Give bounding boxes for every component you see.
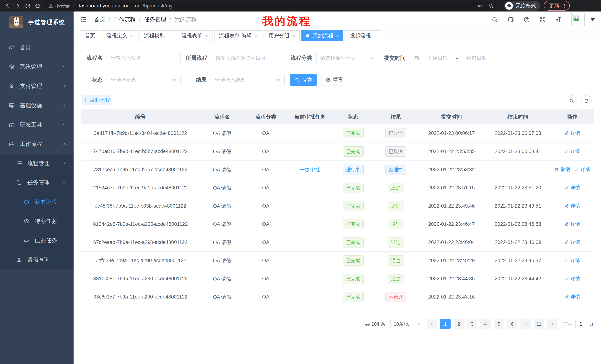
- cell-category: OA: [244, 185, 287, 191]
- tab-用户分组[interactable]: 用户分组×: [264, 30, 300, 41]
- browser-update-button[interactable]: 更新: [544, 1, 570, 10]
- sidebar-collapse-icon[interactable]: [80, 16, 87, 23]
- github-icon[interactable]: [507, 16, 514, 23]
- input-所属流程[interactable]: [216, 55, 281, 61]
- action-取消[interactable]: 取消: [554, 166, 570, 173]
- page-button-2[interactable]: 2: [453, 319, 464, 329]
- filter-input-流程名[interactable]: [107, 52, 180, 64]
- sidebar-item-我的流程[interactable]: 我的流程: [0, 192, 74, 211]
- action-详情[interactable]: 详情: [564, 148, 580, 154]
- page-size-select[interactable]: 10条/页: [391, 319, 424, 329]
- fullscreen-icon[interactable]: [539, 16, 546, 23]
- tab-流程表单[interactable]: 流程表单×: [177, 30, 212, 41]
- browser-menu-icon[interactable]: [562, 3, 567, 8]
- filter-select-状态[interactable]: 请选择状态: [107, 74, 180, 86]
- prev-page-button[interactable]: [427, 319, 437, 329]
- next-page-button[interactable]: [547, 319, 558, 329]
- tab-流程定义[interactable]: 流程定义×: [102, 30, 137, 41]
- page-button-6[interactable]: 6: [507, 319, 517, 329]
- breadcrumb-item-任务管理[interactable]: 任务管理: [144, 16, 166, 23]
- current-task-link[interactable]: 一级审批: [300, 166, 320, 173]
- page-button-3[interactable]: 3: [467, 319, 477, 329]
- sidebar-item-流程管理[interactable]: 流程管理: [0, 153, 74, 173]
- home-icon[interactable]: [33, 1, 43, 11]
- user-avatar[interactable]: [571, 13, 585, 26]
- breadcrumb-item-工作流程[interactable]: 工作流程: [113, 16, 136, 23]
- password-key-icon[interactable]: [477, 3, 483, 9]
- sidebar-item-首页[interactable]: 首页: [0, 38, 74, 57]
- app-logo[interactable]: 芋道管理系统: [0, 11, 74, 33]
- column-header-流程名: 流程名: [200, 113, 244, 120]
- sidebar-item-系统管理[interactable]: 系统管理: [0, 57, 74, 77]
- close-icon[interactable]: ×: [168, 33, 170, 38]
- bookmark-star-icon[interactable]: [489, 3, 494, 9]
- cell-actions: 详情: [551, 257, 594, 264]
- sidebar-item-待办任务[interactable]: 待办任务: [0, 211, 74, 231]
- action-详情[interactable]: 详情: [564, 184, 580, 191]
- sidebar-item-研发工具[interactable]: 研发工具: [0, 115, 74, 134]
- header-search-icon[interactable]: [491, 16, 498, 23]
- sidebar-item-支付管理[interactable]: 支付管理: [0, 77, 74, 96]
- tab-首页[interactable]: 首页: [80, 30, 100, 41]
- url-host: dashboard.yudao.iocoder.cn: [78, 3, 140, 9]
- filter-daterange-提交时间[interactable]: 开始日期-结束日期: [410, 52, 496, 64]
- page-button-1[interactable]: 1: [440, 319, 451, 329]
- page-button-11[interactable]: 11: [534, 319, 544, 329]
- filter-select-流程分类[interactable]: 请选择流程分类: [316, 52, 379, 64]
- sidebar-item-工作流程[interactable]: 工作流程: [0, 134, 74, 153]
- help-icon[interactable]: [523, 16, 530, 23]
- actions-group: 详情: [564, 239, 580, 245]
- action-详情[interactable]: 详情: [564, 130, 580, 136]
- font-size-icon[interactable]: [555, 16, 562, 23]
- table-row: 03c6c157-7b9a-11ec-a290-acde48001122OA 请…: [81, 288, 594, 306]
- back-icon[interactable]: [3, 1, 13, 11]
- goto-page-input[interactable]: [575, 319, 586, 329]
- cell-result: 不通过: [373, 292, 418, 302]
- reload-icon[interactable]: [23, 1, 33, 11]
- address-bar[interactable]: 不安全 dashboard.yudao.iocoder.cn /bpm/task…: [45, 1, 498, 10]
- input-流程名[interactable]: [111, 55, 177, 61]
- close-icon[interactable]: ×: [374, 33, 376, 38]
- page-button-4[interactable]: 4: [480, 319, 491, 329]
- reset-button[interactable]: 重置: [321, 74, 347, 86]
- chevron-down-icon: [371, 56, 375, 60]
- close-icon[interactable]: ×: [255, 33, 257, 38]
- filter-select-结果[interactable]: 请选择流结果: [211, 74, 285, 86]
- action-详情[interactable]: 详情: [564, 203, 580, 209]
- action-详情[interactable]: 详情: [574, 166, 590, 173]
- cell-result: 通过: [373, 183, 418, 193]
- update-label: 更新: [549, 2, 559, 9]
- close-icon[interactable]: ×: [292, 33, 295, 38]
- action-详情[interactable]: 详情: [564, 221, 580, 227]
- sidebar-item-任务管理[interactable]: 任务管理: [0, 173, 74, 192]
- tab-发起流程[interactable]: 发起流程×: [345, 30, 381, 41]
- start-process-button[interactable]: 发起流程: [82, 95, 111, 105]
- tab-流程模型[interactable]: 流程模型×: [139, 30, 175, 41]
- sidebar-item-请假查询[interactable]: 请假查询: [0, 250, 74, 269]
- tab-我的流程[interactable]: 我的流程×: [301, 30, 343, 41]
- action-详情[interactable]: 详情: [564, 294, 580, 300]
- close-icon[interactable]: ×: [130, 33, 133, 38]
- close-icon[interactable]: ×: [336, 33, 339, 38]
- sidebar-item-label: 系统管理: [20, 63, 42, 71]
- tab-流程表单-编辑[interactable]: 流程表单-编辑×: [214, 30, 262, 41]
- close-icon[interactable]: ×: [205, 33, 208, 38]
- table-refresh-button[interactable]: [581, 95, 592, 106]
- table-search-toggle-button[interactable]: [566, 95, 577, 106]
- cell-process-name: OA 请假: [200, 239, 244, 246]
- sidebar-item-label: 请假查询: [27, 256, 50, 264]
- more-pages-button[interactable]: ···: [521, 319, 531, 329]
- sidebar-item-基础设施[interactable]: 基础设施: [0, 96, 74, 115]
- action-详情[interactable]: 详情: [564, 257, 580, 264]
- action-详情[interactable]: 详情: [564, 239, 580, 245]
- page-button-5[interactable]: 5: [494, 319, 504, 329]
- sidebar-item-已办任务[interactable]: 已办任务: [0, 231, 74, 250]
- search-button[interactable]: 搜索: [290, 74, 317, 86]
- avatar-caret-icon[interactable]: [591, 18, 595, 21]
- calendar-icon: [414, 56, 419, 61]
- action-详情[interactable]: 详情: [564, 275, 580, 282]
- breadcrumb-item-首页[interactable]: 首页: [94, 16, 105, 23]
- filter-input-所属流程[interactable]: [212, 52, 285, 64]
- forward-icon[interactable]: [13, 1, 23, 11]
- table-header-row: 编号流程名流程分类当前审批任务状态结果提交时间结束时间操作: [81, 109, 594, 124]
